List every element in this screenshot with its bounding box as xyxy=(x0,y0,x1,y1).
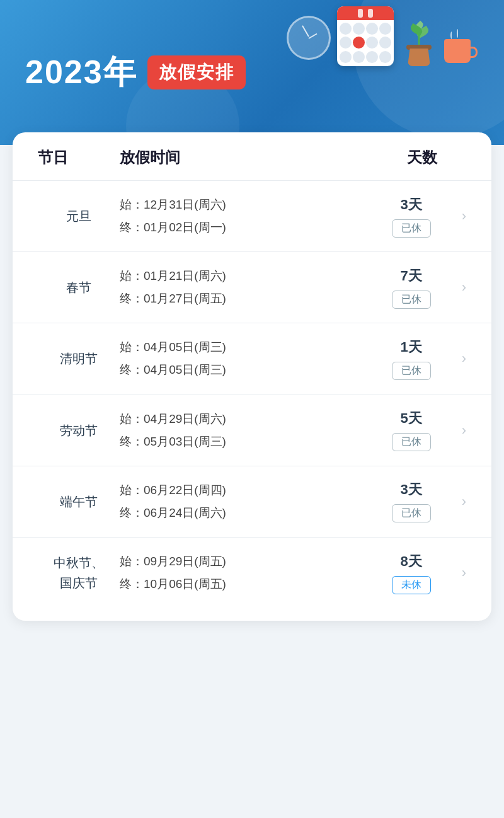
holiday-badge: 放假安排 xyxy=(147,55,246,89)
time-info: 始：04月05日(周三) 终：04月05日(周三) xyxy=(120,336,367,381)
chevron-right-icon: › xyxy=(462,422,466,439)
status-badge: 已休 xyxy=(392,291,431,309)
header-title-container: 2023年 放假安排 xyxy=(25,50,246,95)
main-card: 节日 放假时间 天数 元旦 始：12月31日(周六) 终：01月02日(周一) … xyxy=(13,132,491,621)
row-right: 8天 未休 › xyxy=(367,552,466,594)
days-count: 3天 xyxy=(401,195,422,214)
col-header-time: 放假时间 xyxy=(120,147,378,168)
days-info: 7天 已休 xyxy=(367,267,455,309)
days-count: 1天 xyxy=(401,338,422,357)
time-info: 始：06月22日(周四) 终：06月24日(周六) xyxy=(120,479,367,524)
clock-icon xyxy=(287,16,331,60)
status-badge: 已休 xyxy=(392,504,431,522)
chevron-right-icon: › xyxy=(462,493,466,510)
days-info: 8天 未休 xyxy=(367,552,455,594)
chevron-right-icon: › xyxy=(462,279,466,296)
festival-name: 劳动节 xyxy=(38,420,120,441)
time-info: 始：12月31日(周六) 终：01月02日(周一) xyxy=(120,193,367,239)
page-header: 2023年 放假安排 xyxy=(0,0,504,145)
table-row[interactable]: 清明节 始：04月05日(周三) 终：04月05日(周三) 1天 已休 › xyxy=(13,323,491,395)
festival-name: 清明节 xyxy=(38,349,120,369)
end-time: 终：01月27日(周五) xyxy=(120,287,367,310)
days-count: 8天 xyxy=(401,552,422,571)
end-time: 终：10月06日(周五) xyxy=(120,573,367,596)
start-time: 始：01月21日(周六) xyxy=(120,265,367,287)
festival-name: 端午节 xyxy=(38,492,120,512)
deco-container xyxy=(287,6,479,66)
days-count: 7天 xyxy=(401,267,422,285)
time-info: 始：01月21日(周六) 终：01月27日(周五) xyxy=(120,265,367,310)
chevron-right-icon: › xyxy=(462,350,466,367)
days-info: 3天 已休 xyxy=(367,195,455,238)
end-time: 终：06月24日(周六) xyxy=(120,502,367,524)
col-header-festival: 节日 xyxy=(38,147,120,168)
row-right: 5天 已休 › xyxy=(367,409,466,451)
start-time: 始：09月29日(周五) xyxy=(120,550,367,573)
time-info: 始：04月29日(周六) 终：05月03日(周三) xyxy=(120,408,367,453)
start-time: 始：04月05日(周三) xyxy=(120,336,367,359)
status-badge: 已休 xyxy=(392,433,431,451)
table-header: 节日 放假时间 天数 xyxy=(13,132,491,181)
status-badge: 未休 xyxy=(392,576,431,594)
table-row[interactable]: 劳动节 始：04月29日(周六) 终：05月03日(周三) 5天 已休 › xyxy=(13,395,491,466)
chevron-right-icon: › xyxy=(462,565,466,581)
days-count: 5天 xyxy=(401,409,422,428)
end-time: 终：05月03日(周三) xyxy=(120,430,367,453)
days-info: 5天 已休 xyxy=(367,409,455,451)
end-time: 终：04月05日(周三) xyxy=(120,359,367,381)
table-row[interactable]: 元旦 始：12月31日(周六) 终：01月02日(周一) 3天 已休 › xyxy=(13,181,491,252)
table-row[interactable]: 春节 始：01月21日(周六) 终：01月27日(周五) 7天 已休 › xyxy=(13,252,491,323)
year-text: 2023年 xyxy=(25,50,137,95)
days-info: 3天 已休 xyxy=(367,480,455,522)
plant-icon xyxy=(400,16,438,66)
col-header-days: 天数 xyxy=(378,147,466,168)
start-time: 始：06月22日(周四) xyxy=(120,479,367,502)
festival-name: 元旦 xyxy=(38,206,120,226)
row-right: 7天 已休 › xyxy=(367,267,466,309)
calendar-icon xyxy=(337,6,394,66)
table-row[interactable]: 端午节 始：06月22日(周四) 终：06月24日(周六) 3天 已休 › xyxy=(13,466,491,538)
status-badge: 已休 xyxy=(392,362,431,380)
row-right: 3天 已休 › xyxy=(367,195,466,238)
mug-icon xyxy=(444,28,479,63)
chevron-right-icon: › xyxy=(462,208,466,224)
start-time: 始：04月29日(周六) xyxy=(120,408,367,430)
festival-name: 中秋节、国庆节 xyxy=(38,553,120,593)
end-time: 终：01月02日(周一) xyxy=(120,216,367,239)
time-info: 始：09月29日(周五) 终：10月06日(周五) xyxy=(120,550,367,596)
status-badge: 已休 xyxy=(392,219,431,238)
table-body: 元旦 始：12月31日(周六) 终：01月02日(周一) 3天 已休 › 春节 … xyxy=(13,181,491,608)
table-row[interactable]: 中秋节、国庆节 始：09月29日(周五) 终：10月06日(周五) 8天 未休 … xyxy=(13,538,491,608)
row-right: 1天 已休 › xyxy=(367,338,466,380)
start-time: 始：12月31日(周六) xyxy=(120,193,367,216)
row-right: 3天 已休 › xyxy=(367,480,466,522)
festival-name: 春节 xyxy=(38,277,120,297)
days-info: 1天 已休 xyxy=(367,338,455,380)
days-count: 3天 xyxy=(401,480,422,499)
